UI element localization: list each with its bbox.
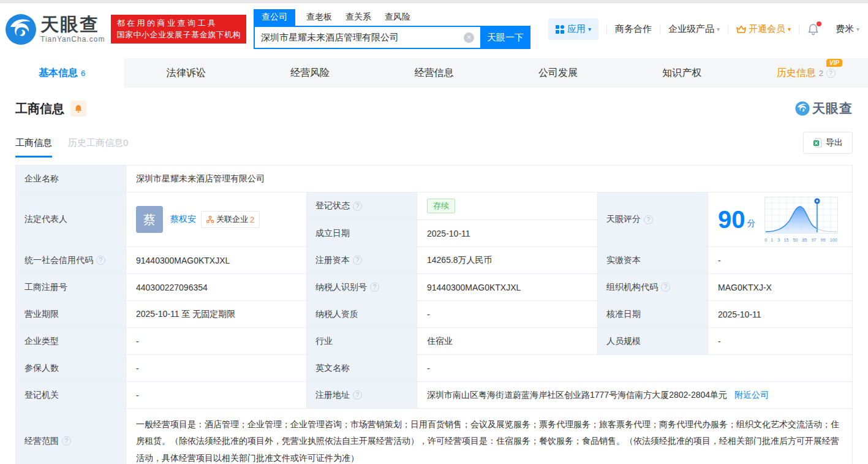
tab-label: 历史信息 (777, 67, 816, 80)
search-tab-boss[interactable]: 查老板 (306, 12, 332, 26)
chevron-down-icon: ▾ (856, 26, 859, 32)
tianyancha-logo-icon (795, 101, 810, 116)
logo-text: 天眼查 (40, 15, 105, 34)
tab-business-info[interactable]: 经营信息 (372, 58, 496, 88)
reg-address-text: 深圳市南山区粤海街道蔚蓝海岸社区创业路1777号海信南方大厦2802-2804单… (427, 390, 727, 400)
credit-code-label-text: 统一社会信用代码 (25, 255, 93, 266)
field-value-reg-authority: - (126, 382, 307, 409)
field-label-taxpayer-quality: 纳税人资质 (307, 301, 417, 328)
navbar-right: 应用 ▾ 商务合作 企业级产品 ▾ 开通会员 ▾ 费米 (548, 18, 859, 40)
vip-crown-icon (736, 25, 746, 34)
search-area: 查公司 查老板 查关系 查风险 × 天眼一下 (254, 9, 530, 49)
field-value-insured-count: - (126, 355, 307, 382)
export-button[interactable]: 导出 (803, 132, 853, 154)
field-label-insured-count: 参保人数 (16, 355, 126, 382)
legal-rep-name-link[interactable]: 蔡权安 (170, 214, 196, 225)
vip-badge: VIP (826, 59, 842, 67)
tab-label: 经营风险 (290, 67, 330, 80)
export-label: 导出 (826, 137, 843, 148)
reg-status-label-text: 登记状态 (315, 200, 350, 211)
tab-company-development[interactable]: 公司发展 (496, 58, 620, 88)
divider (799, 25, 799, 34)
related-companies-label: 关联企业 (216, 214, 248, 225)
field-value-staff-size: - (708, 328, 853, 355)
subtab-business-info[interactable]: 工商信息 (15, 137, 52, 158)
search-tab-company[interactable]: 查公司 (254, 9, 295, 26)
tab-count: 2 (819, 69, 823, 78)
field-label-org-code: 组织机构代码 ? (598, 274, 708, 301)
taxpayer-id-label-text: 纳税人识别号 (315, 282, 367, 293)
field-label-staff-size: 人员规模 (598, 328, 708, 355)
field-label-paid-capital: 实缴资本 (598, 247, 708, 274)
field-value-taxpayer-quality: - (417, 301, 598, 328)
field-value-reg-status: 存续 (417, 192, 598, 220)
field-value-legal-rep: 蔡 蔡权安 关联企业 2 (126, 192, 307, 247)
nav-user-menu[interactable]: 费米 ▾ (836, 23, 859, 35)
field-label-industry: 行业 (307, 328, 417, 355)
tab-intellectual-property[interactable]: 知识产权 (620, 58, 744, 88)
nearby-companies-link[interactable]: 附近公司 (734, 390, 769, 400)
help-icon[interactable]: ? (661, 283, 670, 292)
nav-cooperation[interactable]: 商务合作 (615, 23, 652, 35)
nav-enterprise-products[interactable]: 企业级产品 ▾ (668, 23, 720, 35)
clear-search-icon[interactable]: × (464, 32, 474, 43)
notifications-bell[interactable] (807, 23, 819, 36)
chevron-down-icon: ▾ (588, 26, 591, 32)
field-value-industry: 住宿业 (417, 328, 598, 355)
help-icon[interactable]: ? (826, 69, 836, 78)
field-value-org-code: MAG0KTXJ-X (708, 274, 853, 301)
watermark-logo: 天眼查 (795, 100, 853, 117)
nav-vip-label: 开通会员 (749, 23, 785, 35)
status-badge: 存续 (427, 199, 455, 213)
tab-basic-info[interactable]: 基本信息 6 (0, 58, 124, 88)
help-icon[interactable]: ? (96, 256, 105, 265)
monitor-bell-button[interactable] (70, 101, 86, 116)
tab-history-info[interactable]: VIP 历史信息 2 ? (744, 58, 868, 88)
nav-open-vip[interactable]: 开通会员 ▾ (736, 23, 791, 35)
chevron-down-icon: ▾ (717, 26, 720, 32)
search-tab-risk[interactable]: 查风险 (385, 12, 410, 26)
tianyancha-logo[interactable]: 天眼查 TianYanCha.com (5, 13, 105, 45)
tab-legal-litigation[interactable]: 法律诉讼 (124, 58, 247, 88)
field-value-reg-address: 深圳市南山区粤海街道蔚蓝海岸社区创业路1777号海信南方大厦2802-2804单… (417, 382, 853, 409)
related-companies-count: 2 (250, 215, 254, 224)
help-icon[interactable]: ? (353, 202, 362, 211)
field-value-reg-capital: 14265.8万人民币 (417, 247, 598, 274)
help-icon[interactable]: ? (62, 436, 71, 446)
field-value-establish-date: 2025-10-11 (417, 220, 598, 247)
company-tab-bar: 基本信息 6 法律诉讼 经营风险 经营信息 公司发展 知识产权 VIP 历史信息… (0, 58, 868, 88)
tab-count: 6 (81, 69, 85, 78)
help-icon[interactable]: ? (370, 283, 379, 292)
field-value-paid-capital: - (708, 247, 853, 274)
field-value-score: 90 分 (708, 192, 853, 247)
legal-rep-avatar[interactable]: 蔡 (136, 206, 163, 233)
nav-apps[interactable]: 应用 ▾ (548, 18, 598, 40)
search-button[interactable]: 天眼一下 (480, 26, 530, 49)
field-label-company-name: 企业名称 (16, 165, 126, 192)
business-info-table: 企业名称 深圳市星耀未来酒店管理有限公司 法定代表人 蔡 蔡权安 关联企业 2 (15, 165, 853, 464)
nav-apps-label: 应用 (567, 23, 586, 35)
tab-operating-risk[interactable]: 经营风险 (248, 58, 372, 88)
org-code-label-text: 组织机构代码 (606, 282, 658, 293)
related-companies-badge[interactable]: 关联企业 2 (201, 211, 260, 228)
field-value-english-name: - (417, 355, 853, 382)
bell-icon (74, 104, 83, 113)
score-curve-chart: 01 315 5085 9799 100 (764, 197, 838, 243)
notification-dot (817, 21, 821, 26)
help-icon[interactable]: ? (644, 215, 653, 224)
field-label-score: 天眼评分 ? (598, 192, 708, 247)
slogan-line1: 都在用的商业查询工具 (116, 18, 241, 29)
subtab-history-business-info[interactable]: 历史工商信息0 (68, 137, 128, 158)
score-unit: 分 (747, 218, 756, 229)
field-label-credit-code: 统一社会信用代码 ? (16, 247, 126, 274)
brand-slogan: 都在用的商业查询工具 国家中小企业发展子基金旗下机构 (111, 15, 246, 44)
watermark-text: 天眼查 (812, 100, 853, 117)
top-navbar: 天眼查 TianYanCha.com 都在用的商业查询工具 国家中小企业发展子基… (0, 3, 868, 55)
tab-label: 经营信息 (414, 67, 453, 80)
field-value-credit-code: 91440300MAG0KTXJXL (126, 247, 307, 274)
help-icon[interactable]: ? (353, 256, 362, 265)
search-tab-relation[interactable]: 查关系 (345, 12, 371, 26)
help-icon[interactable]: ? (353, 390, 362, 400)
search-input[interactable] (255, 32, 464, 43)
field-value-company-type: - (126, 328, 307, 355)
